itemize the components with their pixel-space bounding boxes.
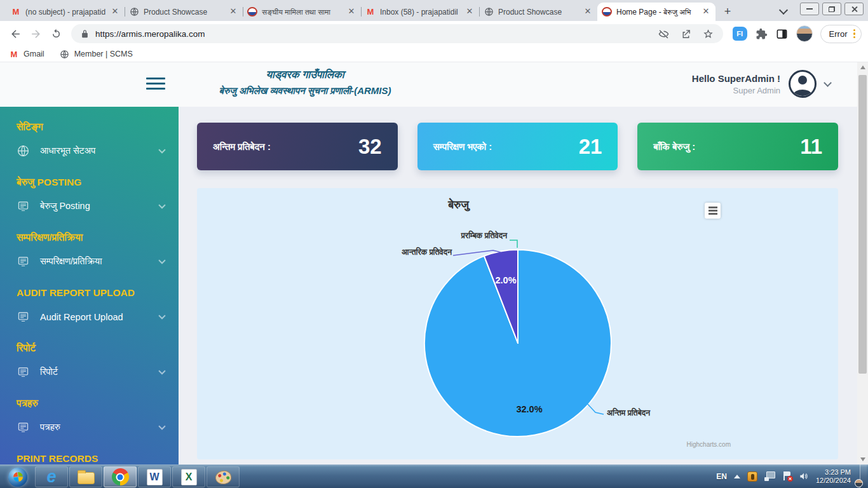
back-button[interactable]	[6, 25, 24, 43]
folder-icon	[78, 472, 95, 484]
extensions-puzzle-icon[interactable]	[753, 25, 771, 43]
close-icon[interactable]: ✕	[701, 7, 711, 17]
minimize-button[interactable]	[800, 3, 819, 15]
taskbar-internet-explorer[interactable]: e	[35, 466, 68, 487]
highcharts-credit: Highcharts.com	[642, 441, 731, 448]
bookmark-label: Member | SCMS	[74, 50, 133, 58]
gmail-favicon	[11, 7, 21, 17]
tab-title: Home Page - बेरुजु अभि	[616, 8, 696, 17]
sidebar-heading-print-records: PRINT RECORDS	[0, 442, 179, 464]
pie-percent-final: 32.0%	[504, 404, 555, 414]
chrome-icon	[112, 468, 129, 485]
sidebar-item-beruju-posting[interactable]: बेरुजु Posting	[0, 191, 179, 221]
close-icon[interactable]: ✕	[583, 7, 593, 17]
connector-final	[587, 403, 604, 414]
scrollbar-thumb[interactable]	[858, 75, 867, 374]
sidebar-item-samparikshan[interactable]: सम्परिक्षण/प्रतिक्रिया	[0, 247, 179, 276]
bookmark-member-scms[interactable]: Member | SCMS	[60, 49, 133, 59]
internet-explorer-icon: e	[46, 468, 56, 485]
taskbar-word[interactable]	[138, 466, 171, 487]
tab-home-page-active[interactable]: Home Page - बेरुजु अभि ✕	[597, 3, 715, 21]
close-icon[interactable]: ✕	[346, 7, 356, 17]
chevron-down-icon[interactable]	[824, 79, 832, 87]
start-button[interactable]	[2, 466, 34, 487]
clock-time: 3:23 PM	[816, 468, 851, 477]
sidebar-item-audit-report-upload[interactable]: Audit Report Upload	[0, 302, 179, 332]
error-badge: ✕	[787, 476, 793, 482]
chevron-down-icon	[158, 423, 165, 430]
tab-product-showcase-1[interactable]: Product Showcase ✕	[125, 3, 243, 21]
url-field[interactable]: https://armis.meropalika.com	[71, 24, 723, 43]
new-tab-button[interactable]: +	[719, 3, 736, 20]
share-icon[interactable]	[678, 25, 695, 42]
sidebar-item-report[interactable]: रिपोर्ट	[0, 357, 179, 387]
bookmarks-bar: Gmail Member | SCMS	[0, 46, 868, 62]
stat-card-value: 21	[579, 135, 602, 159]
tab-product-showcase-2[interactable]: Product Showcase ✕	[479, 3, 597, 21]
close-icon[interactable]: ✕	[465, 7, 475, 17]
sidebar-heading-audit-report-upload: AUDIT REPORT UPLOAD	[0, 276, 179, 302]
sidebar-heading-samparikshan: सम्परिक्षण/प्रतिक्रिया	[0, 221, 179, 247]
sidebar: सेटिङ्ग आधारभूत सेटअप बेरुजु POSTING बेर…	[0, 107, 179, 464]
pie-label-preliminary: प्ररम्बिक प्रतिवेदन	[407, 231, 507, 241]
connector-preliminary	[510, 240, 517, 248]
bookmark-gmail[interactable]: Gmail	[9, 49, 44, 59]
main-content: अन्तिम प्रतिबेदन : 32 सम्परिक्षण भएको : …	[179, 107, 857, 464]
extension-fi-badge[interactable]: FI	[733, 27, 747, 41]
stat-card-value: 11	[800, 135, 822, 159]
taskbar-file-explorer[interactable]	[69, 466, 102, 487]
taskbar-chrome-active[interactable]	[104, 466, 137, 487]
show-hidden-icons-arrow[interactable]	[734, 475, 740, 478]
action-center-flag-icon[interactable]: ✕	[782, 471, 792, 481]
user-menu[interactable]: Hello SuperAdmin ! Super Admin	[692, 70, 831, 98]
scroll-up-arrow[interactable]	[857, 62, 868, 72]
gmail-favicon	[365, 7, 376, 17]
taskbar-paint[interactable]	[207, 466, 240, 487]
bookmark-star-icon[interactable]	[700, 25, 717, 42]
sidebar-toggle-hamburger-icon[interactable]	[146, 78, 165, 93]
browser-menu-error-button[interactable]: Error	[820, 25, 862, 43]
tab-list-chevron-icon[interactable]	[779, 6, 788, 15]
scroll-down-arrow[interactable]	[857, 454, 868, 464]
excel-icon	[181, 469, 197, 485]
clock-date: 12/20/2024	[816, 477, 851, 485]
restore-icon	[829, 6, 835, 12]
sidebar-item-basic-setup[interactable]: आधारभूत सेटअप	[0, 136, 179, 166]
eye-off-icon[interactable]	[656, 25, 672, 42]
form-icon	[17, 365, 30, 379]
volume-tray-icon[interactable]	[799, 471, 809, 481]
chevron-down-icon	[158, 257, 165, 264]
sidebar-item-label: आधारभूत सेटअप	[40, 146, 95, 156]
tab-title: सङ्घीय मामिला तथा सामा	[262, 8, 342, 17]
close-icon[interactable]: ✕	[110, 7, 120, 17]
chevron-down-icon	[158, 367, 165, 374]
tab-sanghiya-mamila[interactable]: सङ्घीय मामिला तथा सामा ✕	[243, 3, 361, 21]
restore-button[interactable]	[822, 3, 841, 15]
form-icon	[17, 421, 30, 434]
tab-gmail-inbox[interactable]: Inbox (58) - prajapatidil ✕	[361, 3, 479, 21]
keyboard-layout-tray-icon[interactable]	[747, 471, 757, 482]
globe-favicon	[129, 7, 139, 17]
chevron-down-icon	[158, 312, 165, 319]
network-tray-icon[interactable]	[764, 471, 775, 481]
browser-scrollbar[interactable]	[857, 62, 868, 464]
close-icon[interactable]: ✕	[228, 7, 238, 17]
reload-button[interactable]	[47, 25, 65, 43]
profile-avatar[interactable]	[796, 25, 813, 42]
browser-tab-strip: (no subject) - prajapatid ✕ Product Show…	[0, 0, 868, 21]
tab-gmail-compose[interactable]: (no subject) - prajapatid ✕	[6, 3, 125, 21]
sidebar-item-letters[interactable]: पत्रहरु	[0, 412, 179, 442]
stat-card-final-report: अन्तिम प्रतिबेदन : 32	[197, 123, 398, 170]
sidebar-heading-beruju-posting: बेरुजु POSTING	[0, 166, 179, 191]
taskbar-clock[interactable]: 3:23 PM 12/20/2024	[816, 468, 851, 485]
language-indicator[interactable]: EN	[716, 472, 727, 481]
user-avatar[interactable]	[789, 70, 817, 98]
sidebar-item-label: सम्परिक्षण/प्रतिक्रिया	[40, 256, 102, 267]
forward-button[interactable]	[27, 25, 44, 43]
bookmark-label: Gmail	[24, 50, 44, 58]
screen: (no subject) - prajapatid ✕ Product Show…	[0, 0, 868, 488]
taskbar-excel[interactable]	[172, 466, 205, 487]
tab-title: Product Showcase	[498, 8, 578, 17]
close-window-button[interactable]	[844, 3, 864, 15]
side-panel-icon[interactable]	[773, 25, 791, 43]
